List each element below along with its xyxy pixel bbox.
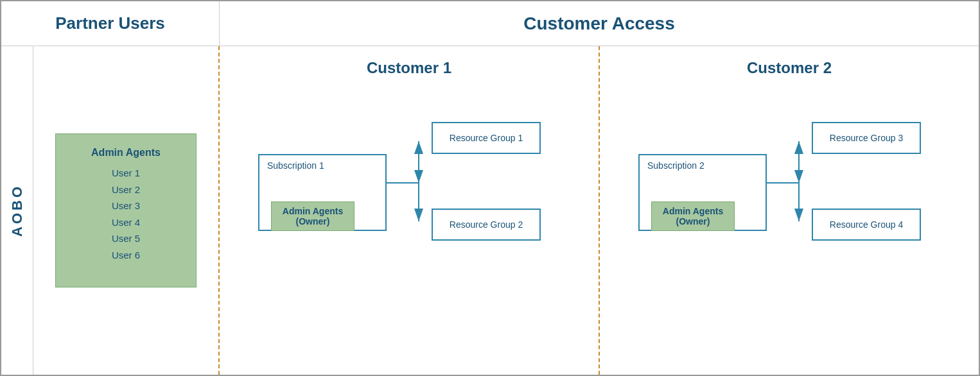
partner-users-header: Partner Users — [1, 1, 220, 46]
resource-group-4-box: Resource Group 4 — [812, 209, 921, 241]
partner-users-panel: Admin Agents User 1 User 2 User 3 User 4… — [33, 46, 220, 375]
partner-users-title: Partner Users — [55, 13, 165, 33]
customer-1-section: Customer 1 — [220, 46, 600, 375]
customer-2-title: Customer 2 — [600, 59, 979, 77]
main-content: AOBO Admin Agents User 1 User 2 User 3 U… — [1, 46, 979, 375]
subscription-2-box: Subscription 2 Admin Agents(Owner) — [638, 154, 767, 231]
admin-agents-title: Admin Agents — [91, 147, 161, 158]
customer-access-header: Customer Access — [220, 1, 979, 46]
aobo-label: AOBO — [9, 184, 26, 237]
customer-1-diagram: Subscription 1 Admin Agents(Owner) Resou… — [220, 90, 599, 368]
list-item: User 1 — [112, 165, 140, 182]
admin-owner-2-label: Admin Agents(Owner) — [663, 206, 723, 226]
subscription-1-box: Subscription 1 Admin Agents(Owner) — [258, 154, 387, 231]
admin-owner-1-label: Admin Agents(Owner) — [283, 206, 343, 226]
list-item: User 3 — [112, 198, 140, 214]
subscription-2-label: Subscription 2 — [647, 160, 704, 171]
top-header: Partner Users Customer Access — [1, 1, 979, 46]
admin-owner-1-box: Admin Agents(Owner) — [271, 201, 354, 231]
resource-group-2-label: Resource Group 2 — [450, 219, 523, 230]
resource-group-3-label: Resource Group 3 — [830, 133, 903, 143]
list-item: User 4 — [112, 214, 140, 231]
diagram-container: Partner Users Customer Access AOBO Admin… — [0, 0, 980, 376]
customer-2-diagram: Subscription 2 Admin Agents(Owner) Resou… — [600, 90, 979, 368]
admin-owner-2-box: Admin Agents(Owner) — [651, 201, 735, 231]
user-list: User 1 User 2 User 3 User 4 User 5 User … — [112, 165, 140, 263]
resource-group-1-box: Resource Group 1 — [432, 122, 541, 154]
list-item: User 2 — [112, 182, 140, 198]
aobo-section: AOBO — [1, 46, 33, 375]
customers-area: Customer 1 — [220, 46, 979, 375]
resource-group-4-label: Resource Group 4 — [830, 219, 903, 230]
subscription-1-label: Subscription 1 — [267, 160, 324, 171]
resource-group-3-box: Resource Group 3 — [812, 122, 921, 154]
customer-access-title: Customer Access — [523, 13, 675, 34]
list-item: User 5 — [112, 230, 140, 247]
resource-group-2-box: Resource Group 2 — [432, 209, 541, 241]
admin-agents-box: Admin Agents User 1 User 2 User 3 User 4… — [55, 133, 197, 287]
customer-1-title: Customer 1 — [220, 59, 599, 77]
list-item: User 6 — [112, 247, 140, 264]
resource-group-1-label: Resource Group 1 — [450, 133, 523, 143]
customer-2-section: Customer 2 — [600, 46, 979, 375]
